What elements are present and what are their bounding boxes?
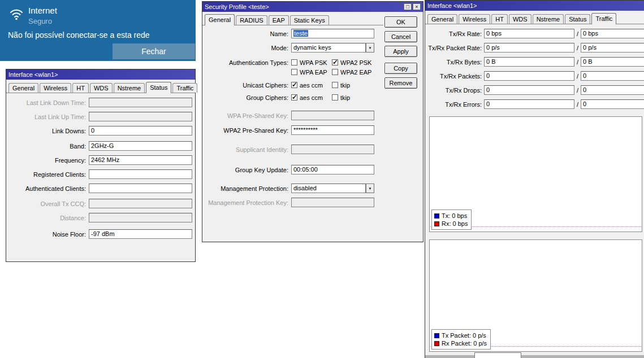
tab-traffic[interactable]: Traffic bbox=[172, 83, 197, 93]
link-downs-field[interactable]: 0 bbox=[89, 126, 192, 136]
management-protection-key-label: Management Protection Key: bbox=[202, 199, 291, 206]
tab-traffic[interactable]: Traffic bbox=[591, 13, 616, 24]
group-key-update-field[interactable]: 00:05:00 bbox=[291, 165, 374, 174]
wpa-psk-key-row: WPA Pre-Shared Key: bbox=[202, 111, 383, 120]
tab-status[interactable]: Status bbox=[146, 82, 171, 93]
checkbox-wpa2-psk[interactable]: WPA2 PSK bbox=[332, 59, 373, 66]
tx-rate-field[interactable]: 0 bps bbox=[484, 29, 574, 38]
unicast-tkip-label: tkip bbox=[340, 82, 350, 89]
checkbox-unicast-aes-ccm[interactable]: aes ccm bbox=[291, 82, 332, 89]
management-protection-row: Management Protection: disabled ▼ bbox=[202, 184, 383, 193]
wpa-psk-label: WPA PSK bbox=[300, 59, 327, 66]
security-window-titlebar[interactable]: Security Profile <teste> □ × bbox=[202, 2, 423, 12]
rate-chart-legend: Tx: 0 bps Rx: 0 bps bbox=[431, 209, 472, 230]
tab-general[interactable]: General bbox=[8, 83, 38, 93]
copy-button[interactable]: Copy bbox=[384, 63, 417, 74]
rx-rate-field[interactable]: 0 bps bbox=[581, 29, 644, 38]
mode-dropdown-button[interactable]: ▼ bbox=[366, 43, 374, 53]
tx-packets-field[interactable]: 0 bbox=[484, 71, 574, 81]
group-ciphers-row: Group Ciphers: aes ccm tkip bbox=[202, 93, 383, 102]
tab-eap[interactable]: EAP bbox=[269, 15, 289, 25]
tx-drops-field[interactable]: 0 bbox=[484, 85, 574, 95]
management-protection-select[interactable]: disabled bbox=[291, 184, 366, 193]
tx-rx-packets-row: Tx/Rx Packets: 0 / 0 bbox=[427, 71, 644, 81]
tab-ht[interactable]: HT bbox=[491, 14, 508, 24]
tab-nstreme[interactable]: Nstreme bbox=[114, 83, 145, 93]
tab-radius[interactable]: RADIUS bbox=[236, 15, 267, 25]
unicast-ciphers-label: Unicast Ciphers: bbox=[202, 82, 291, 89]
connection-error-message: Não foi possível conectar-se a esta rede bbox=[0, 25, 196, 40]
fechar-button[interactable]: Fechar bbox=[113, 43, 195, 59]
slash-separator: / bbox=[574, 87, 581, 94]
rx-drops-field[interactable]: 0 bbox=[581, 85, 644, 95]
wpa-eap-label: WPA EAP bbox=[300, 69, 327, 76]
traffic-window-tabs: General Wireless HT WDS Nstreme Status T… bbox=[425, 11, 644, 24]
tx-legend-label: Tx: 0 bps bbox=[442, 212, 467, 220]
wpa2-psk-key-field[interactable]: ********** bbox=[291, 125, 374, 135]
management-protection-dropdown-button[interactable]: ▼ bbox=[366, 184, 374, 193]
rx-packets-field[interactable]: 0 bbox=[581, 71, 644, 81]
rx-packet-rate-field[interactable]: 0 p/s bbox=[581, 43, 644, 53]
cancel-button[interactable]: Cancel bbox=[384, 31, 417, 42]
chevron-down-icon: ▼ bbox=[369, 46, 372, 50]
maximize-icon[interactable]: □ bbox=[404, 3, 412, 10]
wpa2-eap-checkbox bbox=[332, 69, 338, 75]
link-downs-label: Link Downs: bbox=[10, 128, 89, 134]
name-label: Name: bbox=[202, 30, 291, 37]
traffic-window-titlebar[interactable]: Interface <wlan1> bbox=[425, 1, 644, 11]
tab-wireless[interactable]: Wireless bbox=[40, 83, 71, 93]
checkbox-unicast-tkip[interactable]: tkip bbox=[332, 82, 373, 89]
checkbox-wpa-eap[interactable]: WPA EAP bbox=[291, 69, 332, 76]
tab-wds[interactable]: WDS bbox=[509, 14, 531, 24]
tx-bytes-field[interactable]: 0 B bbox=[484, 57, 574, 67]
auth-types-row-2: WPA EAP WPA2 EAP bbox=[202, 68, 383, 76]
frequency-field[interactable]: 2462 MHz bbox=[89, 155, 192, 165]
checkbox-group-tkip[interactable]: tkip bbox=[332, 94, 373, 101]
auth-types-row-1: Authentication Types: WPA PSK WPA2 PSK bbox=[202, 58, 383, 67]
status-window-titlebar[interactable]: Interface <wlan1> bbox=[6, 69, 195, 80]
supplicant-identity-row: Supplicant Identity: bbox=[202, 145, 383, 154]
legend-row-tx-packet: Tx Packet: 0 p/s bbox=[434, 331, 487, 339]
tx-rx-bytes-row: Tx/Rx Bytes: 0 B / 0 B bbox=[427, 57, 644, 67]
wpa2-psk-checkbox bbox=[332, 59, 338, 66]
group-key-update-row: Group Key Update: 00:05:00 bbox=[202, 165, 383, 174]
network-security-status: Seguro bbox=[28, 17, 57, 25]
security-profile-window: Security Profile <teste> □ × General RAD… bbox=[202, 1, 423, 242]
tx-errors-field[interactable]: 0 bbox=[484, 99, 574, 109]
band-field[interactable]: 2GHz-G bbox=[89, 141, 192, 151]
tab-general[interactable]: General bbox=[205, 14, 235, 25]
tab-general[interactable]: General bbox=[427, 14, 457, 24]
supplicant-identity-label: Supplicant Identity: bbox=[202, 146, 291, 153]
mode-label: Mode: bbox=[202, 45, 291, 51]
rx-legend-label: Rx: 0 bps bbox=[442, 220, 468, 228]
tab-wireless[interactable]: Wireless bbox=[459, 14, 490, 24]
legend-row-rx: Rx: 0 bps bbox=[434, 220, 468, 228]
tab-wds[interactable]: WDS bbox=[90, 83, 113, 93]
wifi-icon bbox=[9, 7, 24, 21]
field-row-overall-tx-ccq: Overall Tx CCQ: bbox=[10, 199, 192, 208]
tx-rx-rate-label: Tx/Rx Rate: bbox=[427, 30, 484, 37]
tab-nstreme[interactable]: Nstreme bbox=[533, 14, 564, 24]
ok-button[interactable]: OK bbox=[384, 16, 417, 28]
security-window-title: Security Profile <teste> bbox=[205, 3, 404, 10]
authenticated-clients-field[interactable] bbox=[89, 184, 192, 193]
status-form: Last Link Down Time: Last Link Up Time: … bbox=[6, 93, 195, 239]
noise-floor-field[interactable]: -97 dBm bbox=[89, 229, 192, 239]
tab-status[interactable]: Status bbox=[565, 14, 590, 24]
tab-ht[interactable]: HT bbox=[72, 83, 89, 93]
name-input[interactable]: teste bbox=[291, 29, 374, 38]
registered-clients-field[interactable] bbox=[89, 169, 192, 179]
group-aes-label: aes ccm bbox=[300, 94, 323, 101]
tx-packet-rate-field[interactable]: 0 p/s bbox=[484, 43, 574, 53]
noise-floor-label: Noise Floor: bbox=[10, 231, 89, 238]
tab-static-keys[interactable]: Static Keys bbox=[290, 15, 329, 25]
rx-errors-field[interactable]: 0 bbox=[581, 99, 644, 109]
checkbox-wpa-psk[interactable]: WPA PSK bbox=[291, 59, 332, 66]
remove-button[interactable]: Remove bbox=[384, 77, 417, 89]
mode-select[interactable]: dynamic keys bbox=[291, 43, 366, 53]
checkbox-group-aes-ccm[interactable]: aes ccm bbox=[291, 94, 332, 101]
close-icon[interactable]: × bbox=[413, 3, 421, 10]
checkbox-wpa2-eap[interactable]: WPA2 EAP bbox=[332, 69, 373, 76]
apply-button[interactable]: Apply bbox=[384, 46, 417, 57]
rx-bytes-field[interactable]: 0 B bbox=[581, 57, 644, 67]
